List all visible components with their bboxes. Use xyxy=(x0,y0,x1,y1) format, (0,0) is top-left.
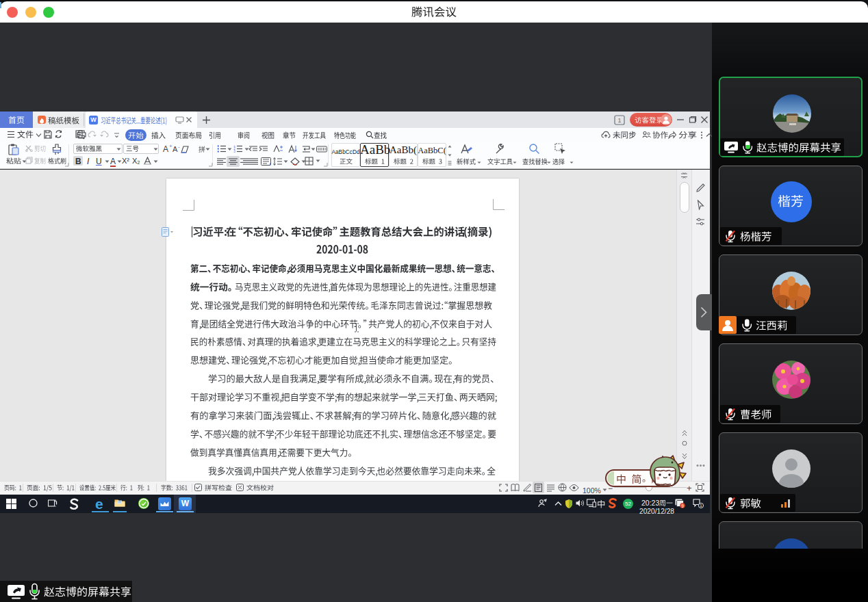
svg-text:9: 9 xyxy=(681,503,684,508)
svg-text:3: 3 xyxy=(233,150,235,153)
svg-text:1: 1 xyxy=(617,117,621,124)
